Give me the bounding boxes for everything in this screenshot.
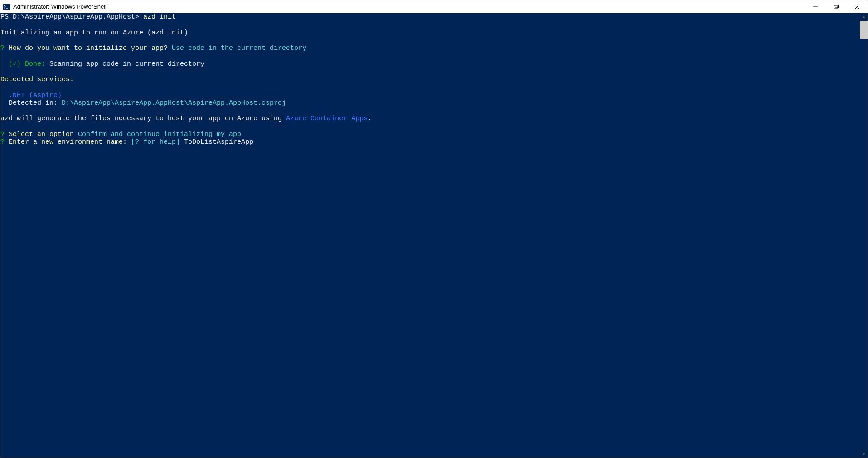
close-button[interactable] bbox=[847, 0, 868, 13]
blank-line bbox=[0, 68, 860, 76]
detected-in-label: Detected in: bbox=[0, 99, 62, 107]
init-header: Initializing an app to run on Azure (azd… bbox=[0, 29, 188, 37]
scroll-down-button[interactable] bbox=[860, 450, 868, 458]
question-marker: ? bbox=[0, 131, 5, 138]
terminal[interactable]: PS D:\AspireApp\AspireApp.AppHost> azd i… bbox=[0, 13, 860, 458]
done-time: (✓) bbox=[0, 60, 25, 68]
user-input: ToDoListAspireApp bbox=[180, 138, 253, 146]
window-title: Administrator: Windows PowerShell bbox=[13, 3, 805, 10]
generate-link: Azure Container Apps bbox=[286, 115, 368, 122]
service-name: .NET (Aspire) bbox=[0, 92, 62, 99]
question-marker: ? bbox=[0, 138, 5, 146]
minimize-button[interactable] bbox=[805, 0, 826, 13]
powershell-window: Administrator: Windows PowerShell PS D:\… bbox=[0, 0, 868, 458]
powershell-icon bbox=[2, 3, 10, 11]
question-text: Enter a new environment name: bbox=[5, 138, 127, 146]
question-text: How do you want to initialize your app? bbox=[5, 44, 168, 52]
svg-rect-4 bbox=[835, 5, 839, 8]
titlebar[interactable]: Administrator: Windows PowerShell bbox=[0, 0, 868, 13]
svg-rect-0 bbox=[3, 4, 10, 10]
detected-header: Detected services: bbox=[0, 76, 74, 83]
scroll-thumb[interactable] bbox=[860, 21, 868, 39]
svg-rect-3 bbox=[834, 5, 837, 9]
blank-line bbox=[0, 123, 860, 131]
blank-line bbox=[0, 52, 860, 60]
done-text: Scanning app code in current directory bbox=[45, 60, 204, 68]
maximize-button[interactable] bbox=[826, 0, 847, 13]
help-hint: [? for help] bbox=[127, 138, 180, 146]
question-text: Select an option bbox=[5, 131, 74, 138]
scroll-up-button[interactable] bbox=[860, 13, 868, 21]
terminal-area: PS D:\AspireApp\AspireApp.AppHost> azd i… bbox=[0, 13, 868, 458]
done-label: Done: bbox=[25, 60, 45, 68]
blank-line bbox=[0, 21, 860, 29]
prompt: PS D:\AspireApp\AspireApp.AppHost> bbox=[0, 13, 143, 21]
generate-text-end: . bbox=[368, 115, 372, 122]
answer-text: Confirm and continue initializing my app bbox=[74, 131, 241, 138]
answer-text: Use code in the current directory bbox=[168, 44, 306, 52]
generate-text: azd will generate the files necessary to… bbox=[0, 115, 286, 122]
scrollbar[interactable] bbox=[860, 13, 868, 458]
blank-line bbox=[0, 107, 860, 115]
command-text: azd init bbox=[143, 13, 176, 21]
blank-line bbox=[0, 37, 860, 44]
question-marker: ? bbox=[0, 44, 5, 52]
detected-in-path: D:\AspireApp\AspireApp.AppHost\AspireApp… bbox=[62, 99, 286, 107]
window-controls bbox=[805, 0, 868, 13]
blank-line bbox=[0, 83, 860, 91]
